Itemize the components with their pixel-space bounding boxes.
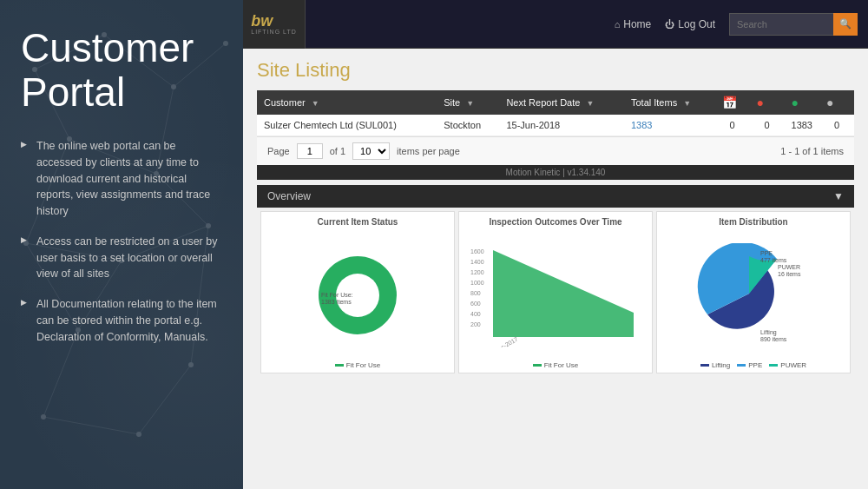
legend-ppe-label: PPE (748, 361, 762, 369)
bullet-list: The online web portal can be accessed by… (21, 138, 222, 359)
svg-text:800: 800 (470, 290, 481, 296)
total-items-link[interactable]: 1383 (631, 120, 652, 130)
cell-col5: 0 (715, 115, 750, 136)
bullet-item-2: Access can be restricted on a user by us… (21, 234, 222, 282)
logout-link[interactable]: ⏻ Log Out (665, 18, 715, 30)
legend-ppe: PPE (737, 361, 762, 369)
svg-point-10 (188, 362, 194, 367)
page-title: Customer Portal (21, 26, 222, 114)
home-icon: ⌂ (615, 19, 621, 30)
col-status-calendar: 📅 (715, 90, 750, 115)
legend-fit-for-use-2: Fit For Use (533, 361, 579, 369)
home-link[interactable]: ⌂ Home (615, 18, 652, 30)
svg-text:400: 400 (470, 311, 481, 317)
svg-text:Dec-2017: Dec-2017 (493, 335, 519, 347)
bullet-item-3: All Documentation relating to the item c… (21, 296, 222, 345)
svg-point-3 (223, 41, 228, 46)
chart3-title: Item Distribution (719, 217, 787, 227)
content-area: Site Listing Customer ▼ Site ▼ Next Repo… (243, 49, 868, 489)
chart-current-item-status: Current Item Status Fit For Use: 1383 It… (260, 211, 455, 373)
title-line2: Portal (21, 69, 125, 115)
search-box: 🔍 (729, 13, 858, 36)
items-per-page-select[interactable]: 10 25 50 (352, 142, 390, 160)
filter-icon-site[interactable]: ▼ (466, 99, 474, 108)
search-button[interactable]: 🔍 (833, 13, 858, 36)
right-panel: bw LIFTING LTD ⌂ Home ⏻ Log Out 🔍 Site L… (243, 0, 868, 489)
chart-inspection-outcomes: Inspection Outcomes Over Time 1600 1400 … (458, 211, 653, 373)
legend-dot-puwer (769, 364, 778, 367)
site-listing-title: Site Listing (257, 59, 854, 82)
bullet-item-1: The online web portal can be accessed by… (21, 138, 222, 220)
col-status-green: ● (785, 90, 819, 115)
svg-text:1383 Items: 1383 Items (321, 299, 352, 305)
chart2-legend: Fit For Use (533, 361, 579, 369)
chart1-area: Fit For Use: 1383 Items (265, 230, 450, 360)
pagination-bar: Page of 1 10 25 50 items per page 1 - 1 … (257, 136, 854, 165)
chart1-title: Current Item Status (318, 217, 398, 227)
chart1-legend: Fit For Use (335, 361, 381, 369)
svg-marker-41 (493, 250, 634, 337)
overview-label: Overview (267, 190, 311, 202)
search-input[interactable] (729, 13, 833, 36)
svg-text:16 items: 16 items (778, 271, 801, 277)
table-row: Sulzer Chemtech Ltd (SUL001) Stockton 15… (257, 115, 854, 136)
svg-text:Fit For Use:: Fit For Use: (321, 292, 353, 298)
svg-line-27 (139, 365, 191, 434)
svg-point-11 (41, 414, 46, 420)
svg-text:1400: 1400 (470, 259, 484, 265)
legend-puwer: PUWER (769, 361, 806, 369)
calendar-icon: 📅 (722, 96, 737, 109)
of-label: of 1 (330, 146, 345, 156)
chart2-title: Inspection Outcomes Over Time (489, 217, 621, 227)
home-label: Home (623, 18, 651, 30)
cell-col8: 0 (819, 115, 854, 136)
cell-next-report: 15-Jun-2018 (499, 115, 624, 136)
top-nav: ⌂ Home ⏻ Log Out 🔍 (306, 13, 868, 36)
top-bar: bw LIFTING LTD ⌂ Home ⏻ Log Out 🔍 (243, 0, 868, 49)
svg-line-28 (43, 417, 139, 434)
logout-label: Log Out (678, 18, 715, 30)
col-next-report: Next Report Date ▼ (499, 90, 624, 115)
overview-header: Overview ▼ (257, 185, 854, 208)
filter-icon-customer[interactable]: ▼ (312, 99, 319, 108)
circle-gray-icon: ● (826, 96, 833, 109)
legend-fit-label: Fit For Use (346, 361, 381, 369)
legend-dot-ppe (737, 364, 746, 367)
overview-charts: Current Item Status Fit For Use: 1383 It… (257, 208, 854, 377)
cell-customer: Sulzer Chemtech Ltd (SUL001) (257, 115, 437, 136)
logo-sub: LIFTING LTD (251, 29, 296, 35)
version-bar: Motion Kinetic | v1.34.140 (257, 165, 854, 180)
col-status-gray: ● (819, 90, 854, 115)
col-customer: Customer ▼ (257, 90, 437, 115)
col-site: Site ▼ (437, 90, 499, 115)
legend-fit-for-use: Fit For Use (335, 361, 381, 369)
svg-point-12 (136, 432, 141, 437)
cell-total-items: 1383 (624, 115, 715, 136)
legend-fit-label2: Fit For Use (544, 361, 579, 369)
circle-red-icon: ● (757, 96, 764, 109)
filter-icon-date[interactable]: ▼ (586, 99, 594, 108)
chart2-area: 1600 1400 1200 1000 800 600 400 200 Dec-… (463, 230, 648, 360)
filter-icon-total[interactable]: ▼ (683, 99, 691, 108)
left-panel: Customer Portal The online web portal ca… (0, 0, 243, 489)
svg-text:1200: 1200 (470, 269, 484, 275)
svg-text:890 items: 890 items (760, 336, 787, 342)
circle-green-icon: ● (792, 96, 799, 109)
svg-text:PUWER: PUWER (778, 264, 800, 270)
chart3-area: PPE 477 items PUWER 16 items Lifting 890… (661, 230, 846, 360)
svg-text:200: 200 (470, 321, 481, 327)
page-input[interactable] (297, 143, 323, 159)
svg-text:477 items: 477 items (760, 257, 787, 263)
chart-item-distribution: Item Distribution (656, 211, 851, 373)
logo-text: bw (251, 13, 296, 29)
svg-text:Lifting: Lifting (760, 329, 777, 336)
svg-text:1000: 1000 (470, 280, 484, 286)
cell-col7: 1383 (785, 115, 819, 136)
pagination-range: 1 - 1 of 1 items (780, 146, 844, 156)
chevron-down-icon[interactable]: ▼ (833, 190, 844, 202)
data-table: Customer ▼ Site ▼ Next Report Date ▼ Tot… (257, 90, 854, 136)
legend-dot-green2 (533, 364, 542, 367)
svg-text:600: 600 (470, 301, 481, 307)
version-text: Motion Kinetic | v1.34.140 (506, 168, 606, 177)
page-label: Page (267, 146, 290, 156)
